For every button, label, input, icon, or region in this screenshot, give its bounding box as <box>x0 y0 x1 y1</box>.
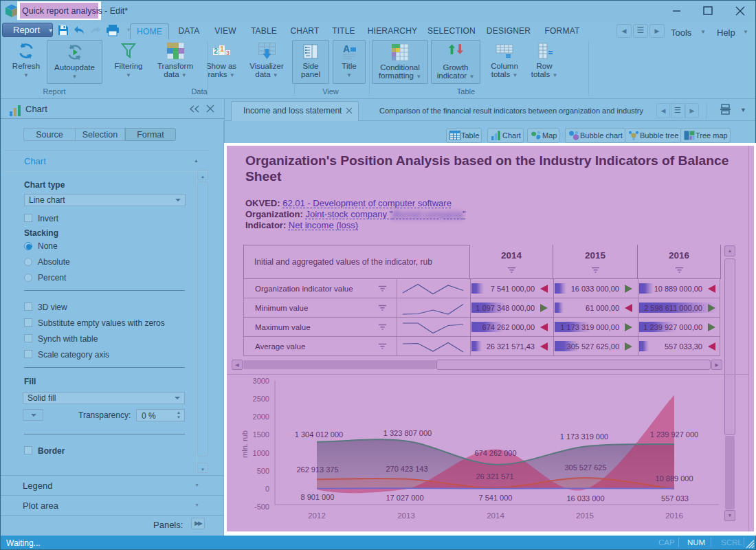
svg-text:2: 2 <box>214 47 218 55</box>
svg-text:A: A <box>343 43 350 54</box>
svg-text:3: 3 <box>226 50 230 56</box>
svg-text:1: 1 <box>220 45 224 53</box>
